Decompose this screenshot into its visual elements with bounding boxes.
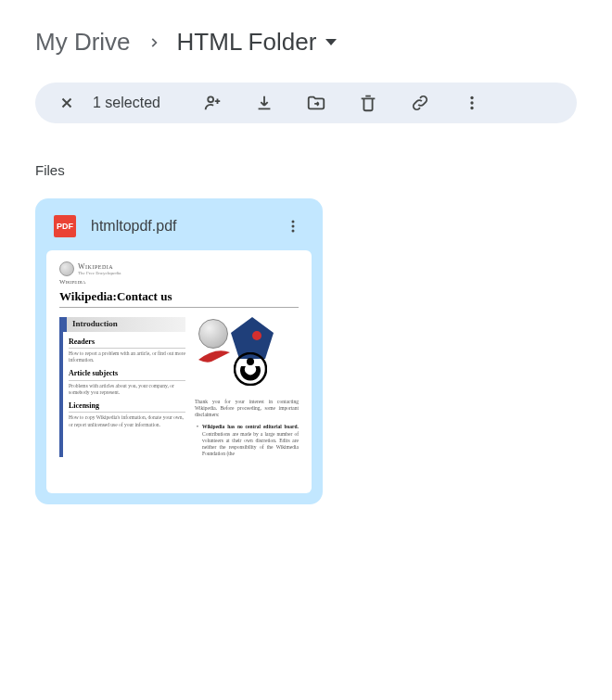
wiki-readers-head: Readers (69, 337, 185, 349)
share-person-icon[interactable] (201, 92, 223, 114)
download-icon[interactable] (253, 92, 275, 114)
dropdown-caret-icon (325, 39, 337, 45)
close-icon[interactable] (56, 92, 78, 114)
wiki-intro-box: Introduction (63, 317, 185, 332)
wiki-right-text: Thank you for your interest in contactin… (195, 399, 299, 418)
wiki-brand-repeat: Wikipedia (59, 278, 299, 286)
wiki-bullet: Wikipedia has no central editorial board… (195, 424, 299, 457)
breadcrumb-current[interactable]: HTML Folder (177, 28, 338, 57)
wiki-globe-small-icon (59, 261, 74, 276)
wiki-subjects-text: Problems with articles about you, your c… (69, 383, 185, 396)
wiki-logo-sub: The Free Encyclopedia (78, 271, 121, 275)
svg-point-8 (252, 331, 261, 340)
svg-point-2 (470, 101, 473, 104)
wikimedia-icon (234, 352, 267, 386)
svg-point-3 (470, 107, 473, 109)
wiki-licensing-text: How to copy Wikipedia's information, don… (69, 414, 185, 427)
breadcrumb-root[interactable]: My Drive (35, 28, 131, 57)
wiki-logo-text: Wikipedia (78, 263, 121, 271)
wiki-page-title: Wikipedia:Contact us (59, 289, 299, 308)
wiki-licensing-head: Licensing (69, 401, 185, 413)
section-label-files: Files (35, 162, 577, 178)
file-more-icon[interactable] (282, 215, 304, 237)
wiki-readers-text: How to report a problem with an article,… (69, 350, 185, 363)
svg-point-10 (247, 358, 254, 365)
more-vert-icon[interactable] (461, 92, 483, 114)
svg-point-6 (292, 230, 295, 233)
svg-point-4 (292, 221, 295, 223)
file-name: htmltopdf.pdf (91, 218, 267, 235)
trash-icon[interactable] (357, 92, 379, 114)
link-icon[interactable] (409, 92, 431, 114)
wiki-graphic (195, 317, 299, 393)
breadcrumb-current-label: HTML Folder (177, 28, 317, 57)
breadcrumb: My Drive HTML Folder (35, 28, 577, 57)
selection-count: 1 selected (93, 95, 160, 111)
svg-point-1 (470, 96, 473, 99)
pdf-icon: PDF (54, 215, 76, 237)
svg-point-0 (208, 96, 213, 102)
svg-point-5 (292, 225, 295, 228)
wiki-subjects-head: Article subjects (69, 369, 185, 380)
chevron-right-icon (147, 36, 160, 49)
file-card[interactable]: PDF htmltopdf.pdf Wikipedia The Free Enc… (35, 198, 323, 504)
selection-toolbar: 1 selected (35, 83, 577, 123)
file-thumbnail: Wikipedia The Free Encyclopedia Wikipedi… (46, 250, 312, 493)
move-folder-icon[interactable] (305, 92, 327, 114)
